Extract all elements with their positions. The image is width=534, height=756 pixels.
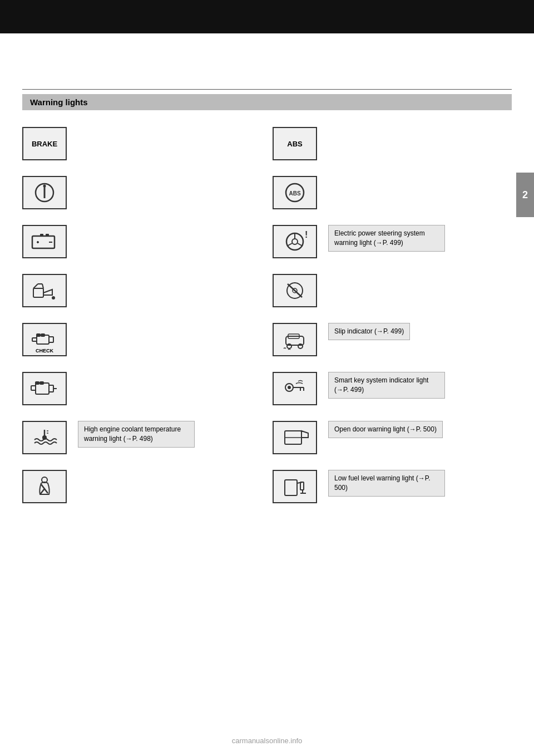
svg-text:ABS: ABS — [289, 190, 300, 197]
svg-line-41 — [288, 284, 302, 297]
fuel-row: Low fuel level warning light (→P. 500) — [273, 470, 512, 503]
brake-label: BRAKE — [32, 140, 57, 148]
check-text: CHECK — [36, 348, 53, 354]
svg-rect-4 — [40, 234, 43, 237]
brake-row: BRAKE — [22, 127, 261, 160]
tpms-icon — [279, 278, 310, 303]
fuel-icon — [279, 474, 310, 499]
fuel-icon-box — [273, 470, 317, 503]
svg-rect-23 — [31, 386, 36, 390]
engine-check-row: CHECK — [22, 323, 261, 356]
coolant-callout: High engine coolant temperature warning … — [78, 421, 195, 448]
coolant-icon — [29, 425, 60, 450]
coolant-icon-box — [22, 421, 67, 454]
left-column: BRAKE — [22, 127, 267, 503]
slip-row: Slip indicator (→P. 499) — [273, 323, 512, 356]
engine-icon — [29, 376, 60, 401]
seatbelt-row — [22, 470, 261, 503]
battery-icon-box — [22, 225, 67, 258]
svg-line-12 — [42, 284, 43, 288]
engine-row — [22, 372, 261, 405]
fuel-callout: Low fuel level warning light (→P. 500) — [328, 470, 445, 497]
tpms-icon-box — [273, 274, 317, 307]
seatbelt-icon-box — [22, 470, 67, 503]
door-icon — [279, 425, 310, 450]
section-header: Warning lights — [22, 94, 512, 110]
svg-line-31 — [40, 489, 44, 494]
slip-icon-box — [273, 323, 317, 356]
section-tab: 2 — [516, 173, 534, 217]
abs-row: ABS — [273, 127, 512, 160]
eps-row: ! Electric power steering system warning… — [273, 225, 512, 258]
check-lamp-row — [22, 176, 261, 209]
check-lamp-icon-box — [22, 176, 67, 209]
svg-rect-54 — [285, 480, 297, 495]
eps-icon-box: ! — [273, 225, 317, 258]
right-column: ABS ABS — [267, 127, 512, 503]
oil-row — [22, 274, 261, 307]
smartkey-icon-box — [273, 372, 317, 405]
battery-icon — [29, 229, 60, 254]
coolant-callout-text: High engine coolant temperature warning … — [84, 425, 181, 443]
check-lamp-icon — [29, 180, 60, 205]
seatbelt-icon — [29, 474, 60, 499]
abs-icon-box: ABS — [273, 127, 317, 160]
section-number: 2 — [522, 189, 528, 201]
slip-callout: Slip indicator (→P. 499) — [328, 323, 410, 340]
svg-rect-15 — [49, 337, 53, 342]
brake-icon-box: BRAKE — [22, 127, 67, 160]
smartkey-row: Smart key system indicator light (→P. 49… — [273, 372, 512, 405]
smartkey-icon — [279, 376, 310, 401]
slip-icon — [279, 327, 310, 352]
eps-icon: ! — [279, 229, 310, 254]
footer: carmanualsonline.info — [0, 737, 534, 745]
svg-rect-56 — [300, 482, 304, 490]
section-header-title: Warning lights — [30, 97, 88, 107]
tpms-row — [273, 274, 512, 307]
abs-circle-row: ABS — [273, 176, 512, 209]
slip-callout-text: Slip indicator (→P. 499) — [334, 327, 404, 335]
svg-rect-9 — [33, 288, 43, 297]
svg-point-2 — [43, 185, 46, 188]
svg-point-13 — [52, 296, 55, 300]
svg-point-48 — [288, 386, 291, 389]
abs-circle-icon: ABS — [279, 180, 310, 205]
top-bar — [0, 0, 534, 33]
svg-rect-5 — [46, 234, 49, 237]
eps-callout: Electric power steering system warning l… — [328, 225, 445, 252]
fuel-callout-text: Low fuel level warning light (→P. 500) — [334, 474, 431, 492]
svg-text:!: ! — [305, 230, 308, 239]
page-container: 2 Warning lights BRAKE — [0, 0, 534, 756]
battery-row — [22, 225, 261, 258]
abs-circle-icon-box: ABS — [273, 176, 317, 209]
eps-callout-text: Electric power steering system warning l… — [334, 229, 425, 247]
divider — [22, 89, 512, 90]
door-icon-box — [273, 421, 317, 454]
svg-rect-20 — [49, 385, 53, 392]
smartkey-callout-text: Smart key system indicator light (→P. 49… — [334, 376, 428, 394]
svg-rect-18 — [32, 338, 37, 341]
door-row: Open door warning light (→P. 500) — [273, 421, 512, 454]
coolant-row: High engine coolant temperature warning … — [22, 421, 261, 454]
engine-icon-box — [22, 372, 67, 405]
smartkey-callout: Smart key system indicator light (→P. 49… — [328, 372, 445, 399]
abs-label: ABS — [287, 140, 302, 148]
oil-icon-box — [22, 274, 67, 307]
svg-point-35 — [292, 239, 298, 244]
engine-check-icon-box: CHECK — [22, 323, 67, 356]
door-callout: Open door warning light (→P. 500) — [328, 421, 443, 438]
svg-point-26 — [42, 435, 47, 440]
oil-icon — [29, 278, 60, 303]
content-area: BRAKE — [22, 127, 512, 503]
svg-line-10 — [33, 284, 38, 288]
door-callout-text: Open door warning light (→P. 500) — [334, 425, 437, 433]
watermark-text: carmanualsonline.info — [232, 737, 302, 745]
